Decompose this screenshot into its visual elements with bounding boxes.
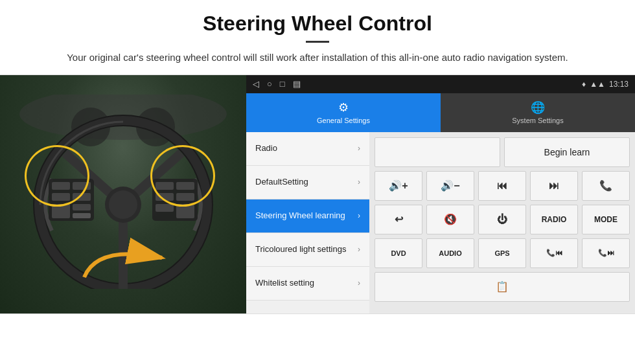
call-prev-button[interactable]: 📞⏮ [530,238,578,268]
controls-row-1: 🔊+ 🔊− ⏮ ⏭ 📞 [375,171,630,201]
call-prev-icon: 📞⏮ [546,249,562,257]
return-button[interactable]: ↩ [375,205,422,234]
menu-item-tricoloured[interactable]: Tricoloured light settings › [246,233,369,267]
menu-item-steering-wheel[interactable]: Steering Wheel learning › [246,199,369,233]
nav-back-icon[interactable]: ◁ [253,79,259,89]
device-section: ◁ ○ □ ▤ ♦ ▲▲ 13:13 ⚙ General Settings [0,74,635,314]
left-menu: Radio › DefaultSetting › Steering Wheel … [246,132,369,314]
radio-label: RADIO [542,215,567,224]
next-track-button[interactable]: ⏭ [530,171,578,201]
page-wrapper: Steering Wheel Control Your original car… [0,0,635,314]
arrow-icon [78,232,168,284]
power-icon: ⏻ [497,214,507,225]
menu-item-radio[interactable]: Radio › [246,132,369,166]
next-icon: ⏭ [549,180,559,192]
time-display: 13:13 [609,80,629,89]
title-divider [306,41,329,43]
begin-learn-button[interactable]: Begin learn [504,137,630,167]
prev-track-button[interactable]: ⏮ [478,171,526,201]
tab-system-label: System Settings [512,117,563,124]
audio-label: AUDIO [439,249,461,257]
main-content: Radio › DefaultSetting › Steering Wheel … [246,132,635,314]
gps-button[interactable]: GPS [478,238,526,268]
chevron-right-icon: › [358,245,360,254]
media-row: DVD AUDIO GPS 📞⏮ 📞⏭ [375,238,630,268]
highlight-circle-right [150,145,215,207]
tab-general-label: General Settings [317,117,370,124]
steering-wheel-image [0,75,246,314]
highlight-circle-left [25,145,89,207]
signal-icon: ▲▲ [590,80,605,89]
dvd-label: DVD [391,249,406,257]
menu-whitelist-label: Whitelist setting [255,278,314,289]
call-next-button[interactable]: 📞⏭ [582,238,630,268]
menu-radio-label: Radio [255,143,277,154]
page-title: Steering Wheel Control [39,12,596,36]
menu-item-default-setting[interactable]: DefaultSetting › [246,166,369,199]
volume-up-button[interactable]: 🔊+ [375,171,422,201]
svg-rect-17 [73,213,91,218]
status-bar: ◁ ○ □ ▤ ♦ ▲▲ 13:13 [246,75,635,93]
chevron-right-icon: › [358,177,360,187]
phone-icon: 📞 [599,179,612,192]
call-next-icon: 📞⏭ [598,249,614,257]
globe-icon: 🌐 [531,100,545,115]
nav-extra-icon[interactable]: ▤ [293,79,301,89]
key-input-box[interactable] [375,137,500,167]
status-bar-nav: ◁ ○ □ ▤ [253,79,301,89]
return-icon: ↩ [395,213,403,225]
gear-icon: ⚙ [338,100,349,115]
svg-rect-16 [73,204,91,210]
prev-icon: ⏮ [497,180,507,192]
audio-button[interactable]: AUDIO [426,238,474,268]
volume-down-icon: 🔊− [441,179,459,192]
subtitle-text: Your original car's steering wheel contr… [39,51,596,65]
mute-icon: 🔇 [444,213,457,225]
power-button[interactable]: ⏻ [478,205,526,234]
menu-default-label: DefaultSetting [255,177,308,188]
mode-button[interactable]: MODE [582,205,630,234]
radio-button[interactable]: RADIO [530,205,578,234]
chevron-right-icon: › [358,211,360,220]
chevron-right-icon: › [358,144,360,153]
nav-home-icon[interactable]: ○ [267,79,272,89]
status-bar-info: ♦ ▲▲ 13:13 [582,80,629,89]
tab-general-settings[interactable]: ⚙ General Settings [246,93,441,132]
begin-learn-row: Begin learn [375,137,630,167]
list-button[interactable]: 📋 [375,272,630,302]
list-icon: 📋 [496,280,509,293]
location-icon: ♦ [582,80,586,89]
extra-row: 📋 [375,272,630,302]
menu-item-whitelist[interactable]: Whitelist setting › [246,267,369,301]
android-ui: ◁ ○ □ ▤ ♦ ▲▲ 13:13 ⚙ General Settings [246,75,635,314]
header-section: Steering Wheel Control Your original car… [0,0,635,74]
svg-rect-23 [156,204,174,212]
mode-label: MODE [594,215,618,224]
menu-tricoloured-label: Tricoloured light settings [255,244,346,255]
volume-down-button[interactable]: 🔊− [426,171,474,201]
dvd-button[interactable]: DVD [375,238,422,268]
volume-up-icon: 🔊+ [389,179,408,192]
mute-button[interactable]: 🔇 [426,205,474,234]
tab-bar: ⚙ General Settings 🌐 System Settings [246,93,635,132]
tab-system-settings[interactable]: 🌐 System Settings [441,93,635,132]
nav-recent-icon[interactable]: □ [280,79,285,89]
controls-row-2: ↩ 🔇 ⏻ RADIO MODE [375,205,630,234]
gps-label: GPS [494,249,509,257]
right-panel: Begin learn 🔊+ 🔊− ⏮ [369,132,635,314]
menu-steering-label: Steering Wheel learning [255,210,345,222]
chevron-right-icon: › [358,279,360,288]
call-button[interactable]: 📞 [582,171,630,201]
svg-point-9 [109,190,137,219]
